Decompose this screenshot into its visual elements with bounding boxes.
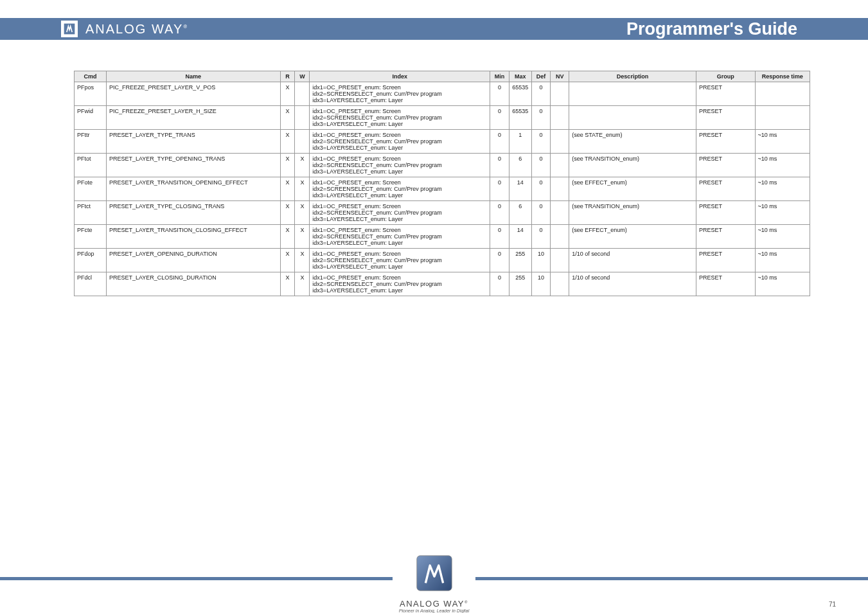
- cell: [551, 82, 569, 106]
- cell: 255: [509, 272, 531, 296]
- cell: PRESET: [696, 249, 756, 272]
- table-row: PFctePRESET_LAYER_TRANSITION_CLOSING_EFF…: [75, 225, 810, 249]
- th-w: W: [295, 71, 310, 82]
- cell: X: [295, 272, 310, 296]
- footer-line-left: [0, 577, 393, 580]
- cell: idx1=OC_PRESET_enum: Screenidx2=SCREENSE…: [310, 154, 490, 177]
- cell: 255: [509, 249, 531, 272]
- cell: X: [280, 130, 295, 154]
- cell: 0: [490, 106, 509, 130]
- th-name: Name: [106, 71, 280, 82]
- cell: PFdcl: [75, 272, 107, 296]
- cell: X: [280, 249, 295, 272]
- brand-text: ANALOG WAY®: [85, 22, 188, 37]
- cell: 0: [531, 177, 550, 201]
- th-def: Def: [531, 71, 550, 82]
- cell: [551, 130, 569, 154]
- cell: [755, 106, 810, 130]
- cell: X: [280, 106, 295, 130]
- footer-line-right: [475, 577, 868, 580]
- cell: [551, 201, 569, 225]
- cell: [569, 106, 696, 130]
- cell: 0: [531, 106, 550, 130]
- th-group: Group: [696, 71, 756, 82]
- cell: 14: [509, 177, 531, 201]
- command-table: Cmd Name R W Index Min Max Def NV Descri…: [74, 71, 810, 296]
- cell: [551, 154, 569, 177]
- cell: 0: [490, 201, 509, 225]
- cell: 0: [531, 201, 550, 225]
- analog-way-icon: [63, 22, 76, 35]
- cell: idx1=OC_PRESET_enum: Screenidx2=SCREENSE…: [310, 106, 490, 130]
- cell: idx1=OC_PRESET_enum: Screenidx2=SCREENSE…: [310, 272, 490, 296]
- cell: 0: [531, 130, 550, 154]
- cell: 0: [490, 130, 509, 154]
- brand-reg: ®: [183, 24, 188, 30]
- footer-logo-icon: [412, 551, 456, 595]
- cell: PRESET: [696, 225, 756, 249]
- footer-badge: ANALOG WAY® Pioneer in Analog, Leader in…: [399, 551, 469, 613]
- cell: 0: [490, 82, 509, 106]
- cell: 6: [509, 154, 531, 177]
- cell: ~10 ms: [755, 154, 810, 177]
- th-cmd: Cmd: [75, 71, 107, 82]
- cell: 0: [490, 272, 509, 296]
- cell: ~10 ms: [755, 201, 810, 225]
- table-row: PFtotPRESET_LAYER_TYPE_OPENING_TRANSXXid…: [75, 154, 810, 177]
- cell: 1/10 of second: [569, 249, 696, 272]
- cell: [295, 130, 310, 154]
- cell: PFcte: [75, 225, 107, 249]
- cell: PRESET_LAYER_TYPE_CLOSING_TRANS: [106, 201, 280, 225]
- cell: PIC_FREEZE_PRESET_LAYER_H_SIZE: [106, 106, 280, 130]
- th-r: R: [280, 71, 295, 82]
- cell: PRESET_LAYER_TRANSITION_CLOSING_EFFECT: [106, 225, 280, 249]
- cell: idx1=OC_PRESET_enum: Screenidx2=SCREENSE…: [310, 201, 490, 225]
- cell: PRESET_LAYER_TRANSITION_OPENING_EFFECT: [106, 177, 280, 201]
- cell: 1/10 of second: [569, 272, 696, 296]
- cell: PRESET: [696, 130, 756, 154]
- cell: (see EFFECT_enum): [569, 177, 696, 201]
- th-max: Max: [509, 71, 531, 82]
- cell: X: [295, 177, 310, 201]
- table-row: PFtctPRESET_LAYER_TYPE_CLOSING_TRANSXXid…: [75, 201, 810, 225]
- cell: PRESET_LAYER_OPENING_DURATION: [106, 249, 280, 272]
- svg-rect-1: [416, 556, 451, 591]
- cell: PRESET_LAYER_CLOSING_DURATION: [106, 272, 280, 296]
- cell: PFttr: [75, 130, 107, 154]
- cell: 0: [531, 82, 550, 106]
- th-nv: NV: [551, 71, 569, 82]
- cell: 0: [490, 225, 509, 249]
- th-min: Min: [490, 71, 509, 82]
- cell: [295, 106, 310, 130]
- cell: 0: [490, 249, 509, 272]
- cell: X: [295, 249, 310, 272]
- cell: [551, 272, 569, 296]
- cell: idx1=OC_PRESET_enum: Screenidx2=SCREENSE…: [310, 82, 490, 106]
- cell: X: [295, 225, 310, 249]
- cell: PRESET: [696, 82, 756, 106]
- cell: PFtct: [75, 201, 107, 225]
- cell: (see TRANSITION_enum): [569, 201, 696, 225]
- cell: PFtot: [75, 154, 107, 177]
- cell: idx1=OC_PRESET_enum: Screenidx2=SCREENSE…: [310, 177, 490, 201]
- cell: X: [280, 225, 295, 249]
- cell: 0: [531, 225, 550, 249]
- th-resp: Response time: [755, 71, 810, 82]
- cell: X: [280, 201, 295, 225]
- cell: [551, 106, 569, 130]
- cell: PIC_FREEZE_PRESET_LAYER_V_POS: [106, 82, 280, 106]
- cell: 6: [509, 201, 531, 225]
- footer-brand-name: ANALOG WAY: [400, 599, 465, 609]
- logo-group: ANALOG WAY®: [61, 21, 188, 37]
- cell: [295, 82, 310, 106]
- cell: (see EFFECT_enum): [569, 225, 696, 249]
- brand-name: ANALOG WAY: [85, 22, 183, 36]
- cell: [755, 82, 810, 106]
- cell: idx1=OC_PRESET_enum: Screenidx2=SCREENSE…: [310, 130, 490, 154]
- cell: PFdop: [75, 249, 107, 272]
- cell: 10: [531, 272, 550, 296]
- th-index: Index: [310, 71, 490, 82]
- cell: PRESET_LAYER_TYPE_OPENING_TRANS: [106, 154, 280, 177]
- cell: PRESET: [696, 201, 756, 225]
- cell: ~10 ms: [755, 130, 810, 154]
